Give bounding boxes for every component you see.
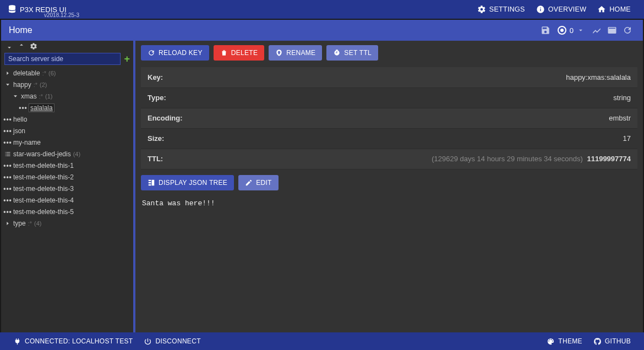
rename-button[interactable]: RENAME bbox=[269, 45, 322, 61]
tree-item-pattern: :* bbox=[39, 93, 43, 100]
key-icon: ••• bbox=[4, 127, 11, 135]
tree-row-my-name[interactable]: •••my-name bbox=[1, 136, 133, 148]
collapse-all-icon[interactable] bbox=[18, 42, 25, 52]
tree-toolbar bbox=[1, 41, 133, 53]
plug-icon bbox=[13, 337, 21, 346]
info-icon bbox=[536, 5, 545, 14]
key-icon: ••• bbox=[4, 196, 11, 204]
encoding-value: embstr bbox=[229, 108, 637, 128]
connection-label: CONNECTED: LOCALHOST TEST bbox=[25, 337, 133, 345]
tree-row-star-wars-died-jedis[interactable]: star-wars-died-jedis(4) bbox=[1, 148, 133, 160]
tree-item-label: my-name bbox=[13, 139, 41, 146]
refresh-icon bbox=[148, 49, 155, 57]
overview-button[interactable]: OVERVIEW bbox=[531, 5, 592, 14]
tree-row-salalala[interactable]: •••salalala bbox=[1, 102, 133, 113]
settings-label: SETTINGS bbox=[489, 6, 525, 13]
display-json-tree-button[interactable]: DISPLAY JSON TREE bbox=[141, 175, 234, 190]
tree-row-test-me-delete-this-3[interactable]: •••test-me-delete-this-3 bbox=[1, 183, 133, 194]
tree-row-deletable[interactable]: deletable:*(6) bbox=[1, 67, 133, 79]
action-button-row: RELOAD KEY DELETE RENAME SET TTL bbox=[141, 45, 637, 61]
search-input[interactable] bbox=[4, 53, 121, 65]
key-icon: ••• bbox=[20, 104, 26, 112]
tree-item-label: xmas bbox=[21, 92, 37, 100]
refresh-icon[interactable] bbox=[620, 23, 635, 38]
disconnect-button[interactable]: DISCONNECT bbox=[138, 337, 206, 346]
key-icon: ••• bbox=[4, 162, 11, 169]
connection-status[interactable]: CONNECTED: LOCALHOST TEST bbox=[8, 337, 138, 346]
key-value: happy:xmas:salalala bbox=[229, 67, 637, 88]
home-button[interactable]: HOME bbox=[592, 5, 636, 14]
tree: deletable:*(6)happy:*(2)xmas:*(1)•••sala… bbox=[1, 67, 133, 332]
overview-label: OVERVIEW bbox=[548, 6, 587, 13]
tree-row-test-me-delete-this-5[interactable]: •••test-me-delete-this-5 bbox=[1, 206, 133, 217]
timer-icon bbox=[333, 49, 341, 57]
ttl-label: TTL: bbox=[141, 149, 229, 169]
key-icon: ••• bbox=[4, 139, 11, 146]
encoding-label: Encoding: bbox=[141, 108, 229, 128]
type-label: Type: bbox=[141, 88, 229, 108]
delete-label: DELETE bbox=[231, 49, 258, 57]
radio-checked-icon bbox=[558, 26, 566, 35]
sidebar: + deletable:*(6)happy:*(2)xmas:*(1)•••sa… bbox=[1, 41, 135, 332]
tree-item-label: test-me-delete-this-1 bbox=[13, 162, 74, 169]
value-button-row: DISPLAY JSON TREE EDIT bbox=[141, 175, 637, 190]
edit-button[interactable]: EDIT bbox=[238, 175, 279, 190]
home-icon bbox=[597, 5, 606, 14]
settings-button[interactable]: SETTINGS bbox=[472, 5, 531, 14]
palette-icon bbox=[547, 337, 555, 346]
tree-item-label: salalala bbox=[29, 103, 54, 112]
tree-settings-icon[interactable] bbox=[30, 42, 37, 52]
delete-button[interactable]: DELETE bbox=[214, 45, 264, 61]
theme-label: THEME bbox=[558, 337, 582, 345]
chevron-down-icon bbox=[577, 26, 585, 34]
size-value: 17 bbox=[229, 128, 637, 149]
db-index-picker[interactable]: 0 bbox=[553, 26, 589, 35]
caret-down-icon bbox=[12, 94, 19, 99]
add-key-icon[interactable]: + bbox=[123, 53, 131, 65]
caret-right-icon bbox=[4, 70, 11, 76]
tree-row-happy[interactable]: happy:*(2) bbox=[1, 79, 133, 90]
home-label: HOME bbox=[609, 6, 631, 13]
db-index-value: 0 bbox=[570, 26, 574, 35]
github-button[interactable]: GITHUB bbox=[588, 337, 636, 346]
key-info-table: Key: happy:xmas:salalala Type: string En… bbox=[141, 67, 637, 169]
expand-all-icon[interactable] bbox=[6, 42, 13, 52]
tree-item-pattern: :* bbox=[34, 81, 37, 88]
tree-row-xmas[interactable]: xmas:*(1) bbox=[1, 90, 133, 102]
key-icon: ••• bbox=[4, 208, 11, 216]
tree-item-count: (4) bbox=[34, 220, 41, 227]
caret-down-icon bbox=[4, 82, 11, 88]
tree-item-label: type bbox=[13, 220, 26, 227]
theme-button[interactable]: THEME bbox=[541, 337, 588, 346]
info-row-size: Size: 17 bbox=[141, 128, 637, 149]
tree-row-json[interactable]: •••json bbox=[1, 125, 133, 136]
chart-icon[interactable] bbox=[589, 23, 604, 38]
rename-label: RENAME bbox=[286, 49, 315, 57]
info-row-key: Key: happy:xmas:salalala bbox=[141, 67, 637, 88]
key-value-text: Santa was here!!! bbox=[141, 197, 637, 210]
set-ttl-button[interactable]: SET TTL bbox=[326, 45, 378, 61]
tree-item-label: json bbox=[13, 127, 25, 135]
tree-row-test-me-delete-this-2[interactable]: •••test-me-delete-this-2 bbox=[1, 171, 133, 183]
top-header: P3X REDIS UI v2018.12.25-3 SETTINGS OVER… bbox=[0, 0, 644, 19]
search-row: + bbox=[1, 53, 133, 67]
key-icon: ••• bbox=[4, 173, 11, 181]
size-label: Size: bbox=[141, 128, 229, 149]
database-icon bbox=[8, 4, 17, 15]
tree-row-test-me-delete-this-4[interactable]: •••test-me-delete-this-4 bbox=[1, 194, 133, 206]
trash-icon bbox=[220, 49, 228, 57]
info-row-encoding: Encoding: embstr bbox=[141, 108, 637, 128]
list-icon bbox=[4, 151, 11, 157]
tree-row-type[interactable]: type:*(4) bbox=[1, 217, 133, 229]
tree-row-hello[interactable]: •••hello bbox=[1, 113, 133, 125]
save-icon[interactable] bbox=[538, 23, 553, 38]
tree-item-count: (4) bbox=[73, 151, 80, 157]
main-panel: RELOAD KEY DELETE RENAME SET TTL Key: ha… bbox=[135, 41, 643, 332]
ttl-human: (129629 days 14 hours 29 minutes 34 seco… bbox=[432, 155, 583, 163]
tree-row-test-me-delete-this-1[interactable]: •••test-me-delete-this-1 bbox=[1, 160, 133, 171]
card-icon[interactable] bbox=[604, 23, 620, 38]
reload-key-button[interactable]: RELOAD KEY bbox=[141, 45, 209, 61]
sub-header: Home 0 bbox=[1, 20, 643, 41]
tree-icon bbox=[148, 179, 155, 187]
tree-item-label: test-me-delete-this-5 bbox=[13, 208, 74, 216]
